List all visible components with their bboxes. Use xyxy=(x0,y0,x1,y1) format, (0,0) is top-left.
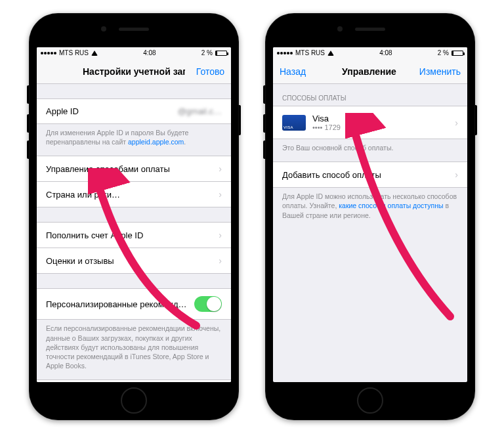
earpiece xyxy=(119,28,149,31)
country-row[interactable]: Страна или реги… › xyxy=(37,182,231,207)
apple-id-note: Для изменения Apple ID и пароля Вы будет… xyxy=(37,124,231,156)
clock: 4:08 xyxy=(143,49,156,56)
done-button[interactable]: Готово xyxy=(185,66,224,77)
manage-payments-row[interactable]: Управление способами оплаты › xyxy=(37,156,231,182)
nav-bar: Настройки учетной записи Готово xyxy=(37,59,231,84)
battery-icon xyxy=(215,51,227,56)
carrier-label: MTS RUS xyxy=(59,49,89,56)
recommendations-toggle[interactable] xyxy=(194,296,222,312)
chevron-right-icon: › xyxy=(455,118,458,128)
add-payment-row[interactable]: Добавить способ оплаты › xyxy=(273,162,467,188)
apple-id-value: @gmail.c… xyxy=(178,106,222,116)
clock: 4:08 xyxy=(379,49,392,56)
chevron-right-icon: › xyxy=(455,169,458,180)
home-button[interactable] xyxy=(357,387,383,414)
wifi-icon xyxy=(327,51,334,56)
appleid-link[interactable]: appleid.apple.com xyxy=(128,138,184,146)
apple-id-row[interactable]: Apple ID @gmail.c… xyxy=(37,98,231,124)
subscriptions-row[interactable]: Подписки › xyxy=(37,379,231,382)
battery-percent: 2 % xyxy=(438,49,449,56)
payment-availability-link[interactable]: какие способы оплаты доступны xyxy=(339,202,443,209)
nav-bar: Назад Управление Изменить xyxy=(273,59,467,84)
visa-card-icon: VISA xyxy=(282,115,306,131)
apple-id-label: Apple ID xyxy=(46,106,178,116)
reviews-row[interactable]: Оценки и отзывы › xyxy=(37,248,231,274)
battery-icon xyxy=(452,51,463,56)
phone-left: MTS RUS 4:08 2 % Настройки учетной запис… xyxy=(29,13,239,420)
phone-right: MTS RUS 4:08 2 % Назад Управление Измени… xyxy=(265,13,475,420)
signal-icon xyxy=(277,52,293,54)
topup-row[interactable]: Пополнить счет Apple ID › xyxy=(37,222,231,248)
screen: MTS RUS 4:08 2 % Назад Управление Измени… xyxy=(273,47,467,382)
multi-payment-note: Для Apple ID можно использовать нескольк… xyxy=(273,188,467,229)
back-button[interactable]: Назад xyxy=(280,66,319,77)
screen: MTS RUS 4:08 2 % Настройки учетной запис… xyxy=(37,47,231,382)
primary-payment-note: Это Ваш основной способ оплаты. xyxy=(273,139,467,162)
front-camera xyxy=(337,26,343,32)
front-camera xyxy=(101,26,106,32)
chevron-right-icon: › xyxy=(219,230,222,240)
recommendations-row: Персонализированные рекоменд… xyxy=(37,288,231,320)
payment-card-row[interactable]: VISA Visa •••• 1729 › xyxy=(273,106,467,139)
card-masked: •••• 1729 xyxy=(312,123,451,131)
wifi-icon xyxy=(91,51,98,56)
edit-button[interactable]: Изменить xyxy=(419,66,461,77)
nav-title: Настройки учетной записи xyxy=(83,66,185,77)
chevron-right-icon: › xyxy=(219,255,222,266)
chevron-right-icon: › xyxy=(219,163,222,174)
carrier-label: MTS RUS xyxy=(295,49,325,56)
nav-title: Управление xyxy=(319,66,419,77)
card-brand: Visa xyxy=(312,114,451,123)
signal-icon xyxy=(41,52,56,54)
battery-percent: 2 % xyxy=(201,49,213,56)
status-bar: MTS RUS 4:08 2 % xyxy=(273,47,467,59)
recommendations-note: Если персонализированные рекомендации вк… xyxy=(37,320,231,379)
status-bar: MTS RUS 4:08 2 % xyxy=(37,47,231,59)
chevron-right-icon: › xyxy=(219,189,222,200)
section-header-payments: СПОСОБЫ ОПЛАТЫ xyxy=(273,84,467,106)
earpiece xyxy=(355,28,385,31)
home-button[interactable] xyxy=(121,387,147,414)
